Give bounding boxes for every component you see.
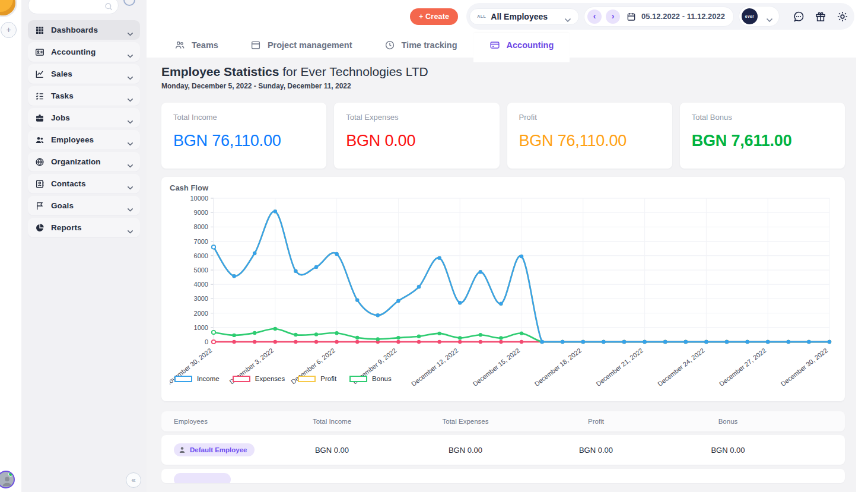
person-icon [1, 475, 14, 488]
stat-card-total-income: Total IncomeBGN 76,110.00 [161, 103, 326, 169]
tab-accounting[interactable]: Accounting [473, 33, 570, 58]
person-icon [178, 446, 186, 454]
tab-time-tracking[interactable]: Time tracking [368, 33, 473, 58]
sidebar-item-contacts[interactable]: Contacts [28, 174, 140, 193]
app-window: + DashboardsAccountingSalesTasksJobsEmpl… [0, 0, 868, 492]
tab-label: Project management [268, 40, 352, 50]
date-range-value: 05.12.2022 - 11.12.2022 [641, 12, 725, 21]
globe-icon [35, 157, 44, 167]
support-chat-icon[interactable] [793, 11, 805, 23]
sidebar-collapse-button[interactable]: « [126, 472, 141, 488]
tab-project-management[interactable]: Project management [234, 33, 368, 58]
whats-new-icon[interactable] [815, 11, 826, 23]
sidebar-item-label: Sales [51, 69, 127, 78]
stat-label: Profit [519, 113, 660, 122]
legend-item-bonus[interactable]: Bonus [349, 375, 392, 382]
sidebar-item-jobs[interactable]: Jobs [28, 108, 140, 128]
sidebar-item-sales[interactable]: Sales [28, 64, 140, 84]
left-rail: + [0, 0, 21, 492]
sidebar-item-goals[interactable]: Goals [28, 196, 140, 215]
header-icons [793, 11, 848, 23]
employee-filter-value: All Employees [491, 12, 548, 21]
window-icon [250, 40, 261, 50]
card-icon [489, 40, 500, 50]
svg-text:9000: 9000 [194, 209, 208, 216]
user-avatar[interactable] [0, 471, 15, 488]
calendar-icon [627, 12, 636, 21]
legend-item-expenses[interactable]: Expenses [233, 375, 285, 382]
sidebar-item-organization[interactable]: Organization [28, 152, 140, 172]
settings-icon[interactable] [837, 11, 848, 23]
dashboard-content: Employee Statistics for Ever Technologie… [147, 58, 856, 492]
page-head: Employee Statistics for Ever Technologie… [161, 65, 845, 90]
page-subtitle: Monday, December 5, 2022 - Sunday, Decem… [161, 82, 845, 90]
sidebar-item-label: Tasks [51, 91, 127, 100]
prev-period-button[interactable]: ‹ [587, 9, 602, 24]
grid-icon [35, 26, 44, 35]
legend-label: Expenses [255, 375, 285, 382]
search-icon [104, 2, 113, 11]
all-badge: ALL [477, 14, 486, 18]
svg-text:5000: 5000 [194, 266, 208, 274]
account-menu[interactable]: ever [739, 6, 780, 27]
table-row[interactable] [161, 469, 845, 483]
cash-flow-svg: 0100020003000400050006000700080009000100… [170, 192, 837, 386]
chevron-down-icon [127, 226, 133, 230]
cash-flow-chart: 0100020003000400050006000700080009000100… [170, 192, 837, 386]
employee-name: Default Employee [190, 446, 247, 453]
org-avatar: ever [742, 8, 758, 24]
add-button[interactable]: + [1, 22, 17, 38]
sidebar-item-employees[interactable]: Employees [28, 130, 140, 150]
chevron-down-icon [127, 50, 133, 54]
chevron-down-icon [127, 72, 133, 76]
stat-value: BGN 0.00 [346, 132, 487, 150]
legend-label: Income [197, 375, 220, 382]
chevron-down-icon [564, 14, 571, 19]
table-row[interactable]: Default EmployeeBGN 0.00BGN 0.00BGN 0.00… [161, 435, 845, 465]
sidebar-item-label: Accounting [51, 47, 127, 56]
create-button[interactable]: + Create [410, 8, 458, 25]
main-area: + Create ALL All Employees ‹ › 05.12.202… [147, 0, 868, 492]
dashboard-tabbar: TeamsProject managementTime trackingAcco… [147, 33, 868, 58]
table-header-bonus: Bonus [657, 418, 799, 425]
sidebar-search-input[interactable] [28, 0, 119, 14]
chart-icon [35, 69, 44, 79]
teams-icon [174, 40, 185, 50]
table-header-profit: Profit [535, 418, 657, 425]
tab-teams[interactable]: Teams [158, 33, 234, 58]
cell-total-expenses: BGN 0.00 [396, 446, 535, 455]
employee-filter-select[interactable]: ALL All Employees [469, 8, 579, 25]
stat-label: Total Income [173, 113, 314, 122]
legend-swatch [349, 376, 367, 382]
stat-value: BGN 76,110.00 [519, 132, 660, 150]
date-range-picker[interactable]: ‹ › 05.12.2022 - 11.12.2022 [584, 7, 734, 27]
next-period-button[interactable]: › [606, 9, 620, 24]
employee-badge [174, 473, 231, 483]
table-header-total-expenses: Total Expenses [396, 418, 535, 425]
users-icon [35, 135, 44, 145]
sidebar-item-tasks[interactable]: Tasks [28, 86, 140, 106]
legend-item-profit[interactable]: Profit [298, 375, 336, 382]
stat-label: Total Bonus [692, 113, 833, 122]
sidebar-item-dashboards[interactable]: Dashboards [28, 20, 140, 40]
cell-bonus: BGN 0.00 [657, 446, 799, 455]
employee-badge[interactable]: Default Employee [174, 443, 255, 456]
stat-label: Total Expenses [346, 113, 487, 122]
chevron-down-icon [127, 138, 133, 142]
chevron-down-icon [127, 182, 133, 186]
page-title: Employee Statistics for Ever Technologie… [161, 65, 845, 79]
legend-label: Bonus [372, 375, 392, 382]
cell-profit: BGN 0.00 [535, 446, 657, 455]
sidebar-item-accounting[interactable]: Accounting [28, 42, 140, 62]
chevron-down-icon [127, 160, 133, 164]
chevron-down-icon [127, 116, 133, 120]
sidebar-item-label: Contacts [51, 179, 127, 188]
sidebar-top-icon[interactable] [123, 0, 135, 6]
briefcase-icon [35, 113, 44, 123]
legend-item-income[interactable]: Income [174, 375, 220, 382]
header-controls: ALL All Employees ‹ › 05.12.2022 - 11.12… [466, 3, 854, 30]
sidebar: DashboardsAccountingSalesTasksJobsEmploy… [21, 0, 147, 492]
sidebar-item-reports[interactable]: Reports [28, 218, 140, 237]
tab-label: Time tracking [402, 40, 457, 50]
top-header: + Create ALL All Employees ‹ › 05.12.202… [147, 0, 868, 33]
